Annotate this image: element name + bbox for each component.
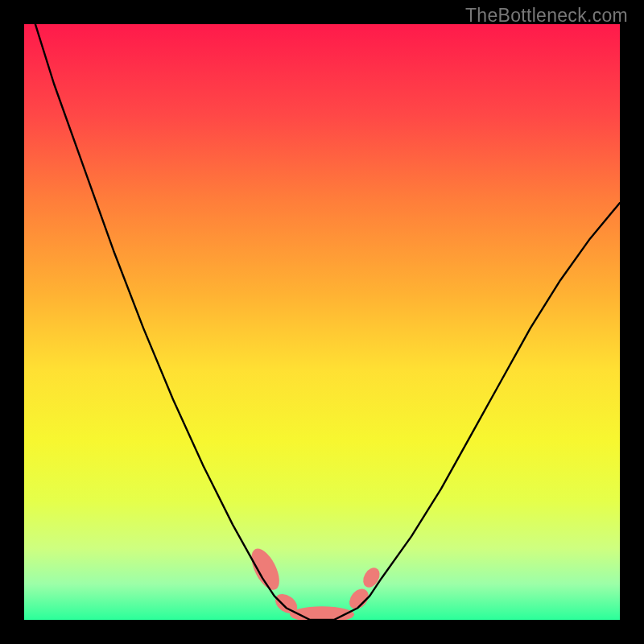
plot-area (24, 24, 620, 620)
gradient-background (24, 24, 620, 620)
watermark-text: TheBottleneck.com (465, 5, 628, 27)
bottleneck-curve-chart (24, 24, 620, 620)
outer-frame: TheBottleneck.com (0, 0, 644, 644)
